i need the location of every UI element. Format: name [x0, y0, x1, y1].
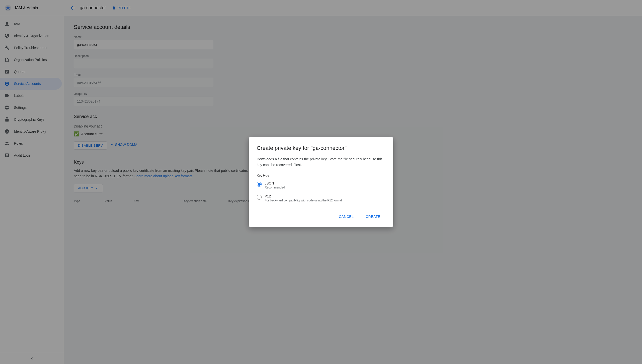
json-radio[interactable] — [257, 182, 262, 187]
json-option[interactable]: JSON Recommended — [257, 181, 385, 189]
p12-name: P12 — [265, 194, 342, 198]
p12-desc: For backward compatibility with code usi… — [265, 199, 342, 202]
p12-option[interactable]: P12 For backward compatibility with code… — [257, 194, 385, 202]
modal-description: Downloads a file that contains the priva… — [257, 156, 385, 168]
cancel-button[interactable]: CANCEL — [334, 212, 359, 221]
create-button[interactable]: CREATE — [361, 212, 385, 221]
modal-overlay[interactable]: Create private key for "ga-connector" Do… — [0, 0, 642, 364]
modal-title: Create private key for "ga-connector" — [257, 145, 385, 152]
key-type-label: Key type — [257, 174, 385, 177]
json-desc: Recommended — [265, 186, 285, 189]
json-name: JSON — [265, 181, 285, 185]
p12-radio[interactable] — [257, 195, 262, 200]
modal-dialog: Create private key for "ga-connector" Do… — [249, 137, 393, 227]
p12-content: P12 For backward compatibility with code… — [265, 194, 342, 202]
modal-actions: CANCEL CREATE — [257, 210, 385, 221]
json-content: JSON Recommended — [265, 181, 285, 189]
